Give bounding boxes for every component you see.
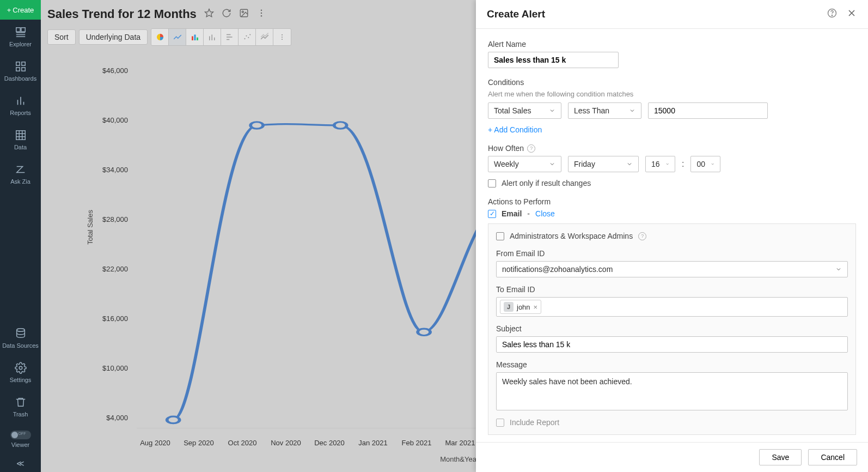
svg-rect-16 [192, 37, 193, 41]
page-title: Sales Trend for 12 Months [47, 7, 197, 21]
save-image-icon[interactable] [239, 8, 249, 20]
svg-point-20 [246, 35, 247, 37]
svg-rect-6 [16, 131, 25, 140]
sidebar-item-trash[interactable]: Trash [0, 390, 41, 424]
panel-header: Create Alert [476, 0, 868, 29]
email-config-block: Administrators & Workspace Admins ? From… [488, 223, 856, 435]
create-button[interactable]: + Create [0, 0, 41, 20]
svg-point-28 [250, 122, 263, 129]
chart-type-scatter[interactable] [239, 29, 256, 45]
sidebar-item-label: Data Sources [2, 342, 39, 349]
svg-point-30 [418, 329, 430, 335]
y-tick: $40,000 [96, 116, 128, 124]
sidebar-item-data-sources[interactable]: Data Sources [0, 321, 41, 355]
from-email-value: notifications@zohoanalytics.com [502, 265, 613, 274]
y-tick: $4,000 [96, 414, 128, 422]
svg-point-12 [261, 10, 262, 11]
condition-field-select[interactable]: Total Sales [488, 102, 561, 119]
minute-value: 00 [696, 160, 705, 168]
svg-rect-1 [21, 28, 25, 32]
alert-name-label: Alert Name [488, 40, 856, 49]
chart-type-more[interactable] [273, 29, 291, 45]
data-icon [15, 129, 27, 141]
chart-type-pie[interactable] [151, 29, 169, 45]
chart-type-line[interactable] [169, 29, 186, 45]
sidebar-item-ask-zia[interactable]: Ask Zia [0, 157, 41, 191]
close-icon[interactable] [846, 8, 857, 21]
email-action-checkbox[interactable] [488, 210, 496, 218]
condition-operator-select[interactable]: Less Than [568, 102, 641, 119]
message-textarea[interactable]: Weekly sales have not been achieved. [496, 372, 848, 410]
save-button[interactable]: Save [759, 449, 802, 465]
data-sources-icon [15, 328, 27, 340]
svg-point-29 [334, 122, 347, 129]
gear-icon [15, 362, 27, 374]
x-tick: Dec 2020 [314, 439, 345, 447]
chart-type-area[interactable] [256, 29, 273, 45]
time-colon: : [682, 159, 684, 169]
remove-chip-icon[interactable]: × [534, 303, 538, 311]
chart-type-stacked-bar[interactable] [204, 29, 221, 45]
subject-input[interactable] [496, 336, 848, 353]
help-icon[interactable] [827, 8, 838, 21]
svg-point-13 [261, 13, 262, 14]
sidebar-item-settings[interactable]: Settings [0, 355, 41, 390]
to-email-input[interactable]: J john × [496, 297, 848, 317]
help-circ-icon[interactable]: ? [527, 144, 535, 153]
dashboards-icon [15, 60, 27, 72]
cancel-button[interactable]: Cancel [808, 449, 857, 465]
how-often-label: How Often ? [488, 144, 535, 153]
add-condition-link[interactable]: + Add Condition [488, 125, 542, 134]
kebab-icon[interactable] [256, 8, 266, 20]
chart-type-group [151, 28, 291, 46]
y-axis-title: Total Sales [86, 210, 94, 245]
sidebar-item-collapse[interactable]: ≪ [0, 455, 41, 472]
condition-value-input[interactable] [648, 102, 768, 119]
chevron-down-icon [629, 107, 635, 114]
email-action-label: Email [502, 209, 522, 218]
y-tick: $16,000 [96, 314, 128, 323]
viewer-toggle[interactable] [10, 431, 31, 439]
sidebar-item-reports[interactable]: Reports [0, 88, 41, 123]
admins-checkbox[interactable] [496, 232, 504, 240]
sidebar-item-data[interactable]: Data [0, 123, 41, 157]
sidebar-item-viewer[interactable]: Viewer [0, 424, 41, 455]
panel-title: Create Alert [487, 8, 545, 20]
sidebar-item-label: Explorer [9, 41, 32, 47]
chart-type-bar-horizontal[interactable] [221, 29, 239, 45]
alert-only-changes-label: Alert only if result changes [502, 179, 591, 187]
sidebar-item-label: Reports [10, 110, 31, 116]
svg-point-8 [19, 366, 22, 370]
include-report-checkbox[interactable] [496, 419, 504, 427]
star-icon[interactable] [204, 8, 214, 20]
chevron-down-icon [835, 266, 842, 273]
alert-only-changes-checkbox[interactable] [488, 179, 496, 187]
chip-name: john [517, 303, 530, 311]
minute-select[interactable]: 00 [690, 156, 720, 172]
alert-name-input[interactable] [488, 52, 619, 68]
sidebar-item-label: Data [14, 144, 27, 150]
close-email-link[interactable]: Close [535, 209, 555, 218]
frequency-select[interactable]: Weekly [488, 156, 561, 172]
svg-rect-3 [21, 62, 25, 65]
frequency-value: Weekly [494, 160, 519, 168]
to-email-label: To Email ID [496, 285, 848, 294]
chevron-down-icon [549, 107, 555, 114]
svg-point-27 [167, 416, 180, 423]
day-select[interactable]: Friday [568, 156, 639, 172]
sidebar-item-label: Settings [10, 377, 32, 383]
sort-button[interactable]: Sort [47, 29, 76, 45]
chart-type-bar[interactable] [186, 29, 204, 45]
help-circ-icon[interactable]: ? [638, 232, 646, 240]
y-tick: $34,000 [96, 166, 128, 174]
sidebar-item-explorer[interactable]: Explorer [0, 20, 41, 54]
trash-icon [15, 396, 27, 408]
hour-select[interactable]: 16 [645, 156, 675, 172]
sidebar-item-dashboards[interactable]: Dashboards [0, 54, 41, 88]
underlying-data-button[interactable]: Underlying Data [79, 29, 148, 45]
refresh-icon[interactable] [222, 8, 231, 20]
from-email-select[interactable]: notifications@zohoanalytics.com [496, 261, 848, 277]
svg-rect-17 [194, 35, 195, 41]
left-sidebar: + Create Explorer Dashboards Reports Dat… [0, 0, 41, 472]
actions-to-perform-label: Actions to Perform [488, 197, 856, 206]
